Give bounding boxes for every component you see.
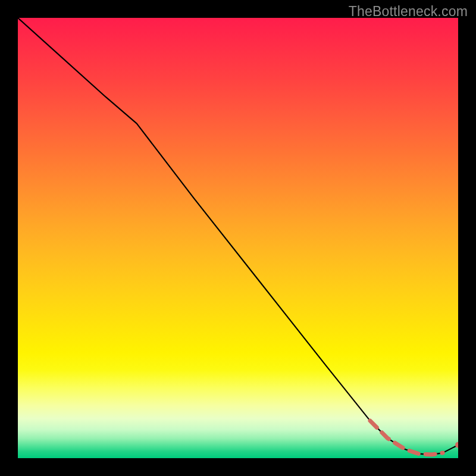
chart-svg — [18, 18, 458, 458]
plot-area — [18, 18, 458, 458]
end-point-marker — [455, 442, 458, 448]
chart-container: TheBottleneck.com — [0, 0, 476, 476]
watermark-text: TheBottleneck.com — [349, 4, 468, 20]
main-curve — [18, 18, 458, 455]
